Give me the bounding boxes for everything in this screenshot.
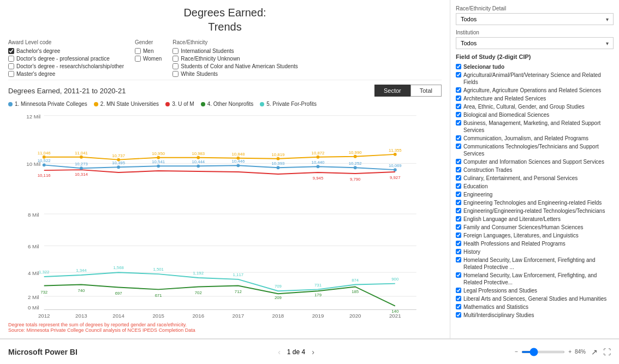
- award-bachelors[interactable]: Bachelor's degree: [8, 48, 124, 54]
- field-study-item[interactable]: Foreign Languages, Literatures, and Ling…: [456, 231, 614, 240]
- zoom-slider[interactable]: [521, 351, 565, 353]
- svg-text:10,522: 10,522: [38, 158, 51, 163]
- svg-text:6 Mil: 6 Mil: [28, 243, 39, 249]
- expand-icon[interactable]: ⛶: [603, 348, 611, 356]
- institution-group: Institution Todos ▾: [456, 29, 614, 49]
- field-study-item[interactable]: Computer and Information Sciences and Su…: [456, 158, 614, 166]
- field-study-item[interactable]: Health Professions and Related Programs: [456, 240, 614, 248]
- field-study-item[interactable]: History: [456, 248, 614, 256]
- award-doctor-research[interactable]: Doctor's degree - research/scholarship/o…: [8, 63, 124, 69]
- award-masters[interactable]: Master's degree: [8, 71, 124, 77]
- toggle-group[interactable]: Sector Total: [374, 85, 442, 97]
- field-study-item[interactable]: Legal Professions and Studies: [456, 287, 614, 295]
- field-study-item[interactable]: Engineering Technologies and Engineering…: [456, 199, 614, 207]
- power-bi-logo[interactable]: Microsoft Power BI: [8, 348, 78, 356]
- field-study-list[interactable]: Selecionar tudoAgricultural/Animal/Plant…: [456, 63, 614, 319]
- svg-text:10,252: 10,252: [349, 161, 362, 166]
- field-study-item[interactable]: Architecture and Related Services: [456, 94, 614, 103]
- field-study-item[interactable]: Family and Consumer Sciences/Human Scien…: [456, 223, 614, 231]
- chart-footer: Degree totals represent the sum of degre…: [8, 322, 442, 333]
- race-detail-dropdown[interactable]: Todos ▾: [456, 13, 614, 25]
- svg-point-87: [277, 166, 280, 169]
- field-study-label: Field of Study (2-digit CIP): [456, 53, 614, 60]
- svg-text:10,440: 10,440: [312, 160, 325, 165]
- prev-page-button[interactable]: ‹: [276, 347, 283, 357]
- page-title: Degrees Earned: Trends: [8, 5, 442, 34]
- field-study-item[interactable]: Area, Ethnic, Cultural, Gender, and Grou…: [456, 103, 614, 111]
- field-study-item[interactable]: Business, Management, Marketing, and Rel…: [456, 119, 614, 134]
- race-unknown[interactable]: Race/Ethnicity Unknown: [172, 56, 298, 62]
- zoom-plus-icon[interactable]: +: [568, 349, 572, 355]
- total-button[interactable]: Total: [410, 85, 442, 97]
- field-study-item[interactable]: Agricultural/Animal/Plant/Veterinary Sci…: [456, 71, 614, 86]
- field-study-item[interactable]: Communication, Journalism, and Related P…: [456, 134, 614, 142]
- svg-text:11,355: 11,355: [389, 148, 402, 153]
- gender-women[interactable]: Women: [135, 56, 162, 62]
- next-page-button[interactable]: ›: [310, 347, 317, 357]
- gender-men[interactable]: Men: [135, 48, 162, 54]
- field-study-item[interactable]: Engineering: [456, 190, 614, 199]
- svg-text:2012: 2012: [38, 313, 50, 318]
- field-study-item[interactable]: Education: [456, 182, 614, 190]
- pagination: ‹ 1 de 4 ›: [276, 347, 317, 357]
- field-study-item[interactable]: Construction Trades: [456, 166, 614, 174]
- field-study-item[interactable]: Multi/Interdisciplinary Studies: [456, 311, 614, 319]
- field-study-item[interactable]: Agriculture, Agriculture Operations and …: [456, 86, 614, 94]
- chart-legend: 1. Minnesota Private Colleges 2. MN Stat…: [8, 101, 442, 107]
- award-doctor-pro[interactable]: Doctor's degree - professional practice: [8, 56, 124, 62]
- svg-text:185: 185: [352, 289, 359, 294]
- svg-text:712: 712: [235, 289, 242, 294]
- filters-row: Award Level code Bachelor's degree Docto…: [8, 39, 442, 80]
- svg-text:10,737: 10,737: [112, 153, 125, 158]
- legend-dot-2: [94, 102, 98, 106]
- bottom-bar: Microsoft Power BI ‹ 1 de 4 › − + 84% ↗ …: [0, 338, 619, 364]
- svg-text:8 Mil: 8 Mil: [28, 212, 39, 218]
- svg-text:10,983: 10,983: [192, 151, 205, 156]
- field-study-item[interactable]: English Language and Literature/Letters: [456, 215, 614, 223]
- share-icon[interactable]: ↗: [591, 348, 598, 356]
- race-color[interactable]: Students of Color and Native American St…: [172, 63, 298, 69]
- svg-text:1,192: 1,192: [193, 271, 204, 276]
- svg-point-75: [197, 156, 200, 159]
- svg-text:731: 731: [314, 283, 322, 288]
- svg-text:10,393: 10,393: [272, 161, 285, 166]
- field-study-item[interactable]: Selecionar tudo: [456, 63, 614, 71]
- page-indicator: 1 de 4: [287, 348, 305, 356]
- chart-area: 12 Mil 10 Mil 8 Mil 6 Mil 4 Mil 2 Mil 0 …: [8, 110, 442, 320]
- sector-button[interactable]: Sector: [374, 85, 410, 97]
- svg-point-90: [394, 168, 397, 171]
- field-study-panel: Field of Study (2-digit CIP) Selecionar …: [456, 53, 614, 333]
- footnote: Degree totals represent the sum of degre…: [8, 322, 442, 327]
- svg-text:2014: 2014: [112, 313, 124, 318]
- svg-point-83: [117, 165, 120, 169]
- race-international[interactable]: International Students: [172, 48, 298, 54]
- zoom-minus-icon[interactable]: −: [515, 349, 518, 355]
- svg-text:140: 140: [391, 309, 399, 314]
- field-study-item[interactable]: Culinary, Entertainment, and Personal Se…: [456, 174, 614, 182]
- field-study-item[interactable]: Homeland Security, Law Enforcement, Fire…: [456, 271, 614, 287]
- legend-3: 3. U of M: [165, 101, 194, 107]
- field-study-item[interactable]: Engineering/Engineering-related Technolo…: [456, 207, 614, 215]
- svg-point-84: [157, 164, 160, 168]
- chart-title-area: Degrees Earned: Trends: [8, 5, 442, 34]
- race-white[interactable]: White Students: [172, 71, 298, 77]
- field-study-item[interactable]: Liberal Arts and Sciences, General Studi…: [456, 295, 614, 303]
- svg-point-72: [80, 156, 83, 159]
- svg-text:740: 740: [78, 288, 85, 293]
- svg-text:9,927: 9,927: [390, 175, 400, 180]
- svg-text:10,872: 10,872: [312, 151, 325, 156]
- chart-header: Degrees Earned, 2011-21 to 2020-21 Secto…: [8, 85, 442, 97]
- institution-dropdown[interactable]: Todos ▾: [456, 37, 614, 49]
- race-detail-value: Todos: [461, 16, 477, 22]
- race-detail-label: Race/Ethnicity Detail: [456, 5, 614, 11]
- svg-text:10,395: 10,395: [112, 160, 125, 165]
- svg-point-71: [43, 156, 46, 159]
- field-study-item[interactable]: Biological and Biomedical Sciences: [456, 111, 614, 119]
- field-study-item[interactable]: Mathematics and Statistics: [456, 303, 614, 311]
- svg-text:10,541: 10,541: [152, 159, 165, 164]
- field-study-item[interactable]: Communications Technologies/Technicians …: [456, 142, 614, 158]
- svg-text:900: 900: [391, 277, 399, 282]
- institution-value: Todos: [461, 40, 477, 46]
- field-study-item[interactable]: Homeland Security, Law Enforcement, Fire…: [456, 256, 614, 271]
- legend-2: 2. MN State Universities: [94, 101, 159, 107]
